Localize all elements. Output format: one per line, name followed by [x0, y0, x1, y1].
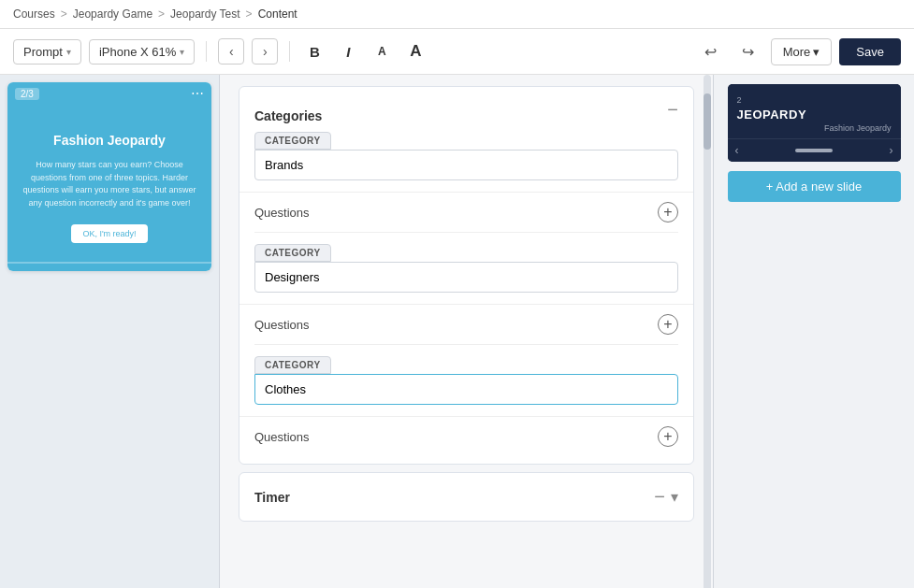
timer-header: Timer − ▾ — [239, 473, 693, 521]
slide-card-header: 2/3 ⋯ — [7, 82, 211, 105]
thumb-slide-title: JEOPARDY — [737, 108, 892, 122]
timer-collapse-button[interactable]: − — [654, 486, 665, 508]
categories-section: Categories − CATEGORY Questions + CATEGO… — [239, 86, 694, 465]
device-dropdown[interactable]: iPhone X 61% ▾ — [89, 39, 195, 65]
category-2-block: CATEGORY — [254, 244, 678, 293]
right-panel: 2 JEOPARDY Fashion Jeopardy ‹ › + Add a … — [713, 75, 914, 588]
timer-controls: − ▾ — [654, 486, 678, 508]
format-italic-button[interactable]: I — [335, 38, 361, 65]
more-dropdown[interactable]: More ▾ — [771, 38, 833, 65]
add-questions-2-button[interactable]: + — [658, 314, 678, 335]
slide-menu-button[interactable]: ⋯ — [191, 86, 204, 101]
content-scroll: Categories − CATEGORY Questions + CATEGO… — [220, 86, 713, 540]
format-size-small-button[interactable]: A — [369, 38, 395, 65]
save-button[interactable]: Save — [839, 38, 901, 65]
format-bold-button[interactable]: B — [301, 38, 327, 65]
add-slide-button[interactable]: + Add a new slide — [728, 171, 901, 202]
questions-3-label: Questions — [254, 430, 310, 444]
breadcrumb: Courses > Jeopardy Game > Jeopardy Test … — [0, 0, 914, 29]
category-1-block: CATEGORY — [254, 132, 678, 180]
thumb-next-button[interactable]: › — [890, 144, 893, 157]
timer-section: Timer − ▾ — [239, 472, 694, 522]
preview-panel: 2/3 ⋯ Fashion Jeopardy How many stars ca… — [0, 75, 220, 588]
category-1-input[interactable] — [254, 150, 678, 180]
category-3-label: CATEGORY — [254, 356, 331, 374]
prompt-label: Prompt — [23, 45, 63, 59]
thumb-navigation: ‹ › — [728, 138, 901, 162]
breadcrumb-jeopardy-test[interactable]: Jeopardy Test — [170, 7, 240, 21]
slide-number-badge: 2/3 — [15, 88, 39, 100]
nav-next-button[interactable]: › — [252, 38, 278, 65]
categories-collapse-button[interactable]: − — [667, 100, 678, 132]
slide-description: How many stars can you earn? Choose ques… — [22, 159, 196, 209]
breadcrumb-sep3: > — [246, 7, 253, 21]
chevron-down-icon: ▾ — [813, 45, 820, 59]
category-3-input[interactable] — [254, 374, 678, 405]
slide-card: 2/3 ⋯ Fashion Jeopardy How many stars ca… — [7, 82, 211, 271]
thumb-header: 2 JEOPARDY Fashion Jeopardy — [728, 84, 901, 138]
breadcrumb-sep2: > — [158, 7, 165, 21]
toolbar: Prompt ▾ iPhone X 61% ▾ ‹ › B I A A ↩ ↪ … — [0, 29, 914, 75]
breadcrumb-courses[interactable]: Courses — [13, 7, 55, 21]
category-2-input[interactable] — [254, 262, 678, 293]
slide-ok-button[interactable]: OK, I'm ready! — [71, 224, 147, 243]
questions-1-row: Questions + — [239, 192, 693, 232]
add-questions-1-button[interactable]: + — [658, 202, 678, 222]
slide-thumbnail[interactable]: 2 JEOPARDY Fashion Jeopardy ‹ › — [728, 84, 901, 162]
slide-preview-content: Fashion Jeopardy How many stars can you … — [7, 105, 211, 262]
thumb-slide-subtitle: Fashion Jeopardy — [737, 123, 892, 133]
main-layout: 2/3 ⋯ Fashion Jeopardy How many stars ca… — [0, 75, 914, 588]
chevron-down-icon: ▾ — [66, 47, 71, 57]
content-panel[interactable]: Categories − CATEGORY Questions + CATEGO… — [220, 75, 713, 588]
timer-title: Timer — [254, 490, 290, 505]
questions-1-label: Questions — [254, 206, 310, 220]
prompt-dropdown[interactable]: Prompt ▾ — [13, 39, 81, 65]
thumb-nav-dots — [795, 149, 833, 152]
format-size-large-button[interactable]: A — [402, 38, 428, 65]
category-3-block: CATEGORY — [254, 356, 678, 405]
categories-title: Categories — [254, 108, 322, 123]
nav-prev-button[interactable]: ‹ — [218, 38, 244, 65]
breadcrumb-sep1: > — [61, 7, 67, 21]
category-1-label: CATEGORY — [254, 132, 331, 150]
add-questions-3-button[interactable]: + — [658, 426, 678, 447]
questions-2-label: Questions — [254, 318, 310, 332]
thumb-slide-number: 2 — [737, 95, 742, 105]
questions-3-row: Questions + — [239, 416, 693, 456]
breadcrumb-jeopardy-game[interactable]: Jeopardy Game — [73, 7, 152, 21]
undo-button[interactable]: ↩ — [696, 36, 726, 66]
thumb-prev-button[interactable]: ‹ — [735, 144, 739, 157]
categories-header: Categories − — [239, 87, 693, 132]
slide-footer — [7, 262, 211, 271]
questions-2-row: Questions + — [239, 304, 693, 344]
redo-button[interactable]: ↪ — [733, 36, 763, 66]
timer-expand-button[interactable]: ▾ — [671, 488, 678, 506]
chevron-down-icon: ▾ — [180, 47, 184, 57]
breadcrumb-current: Content — [258, 7, 297, 21]
slide-title: Fashion Jeopardy — [53, 133, 166, 148]
device-label: iPhone X 61% — [99, 45, 176, 59]
toolbar-divider — [206, 41, 207, 62]
category-2-label: CATEGORY — [254, 244, 331, 262]
toolbar-divider-2 — [289, 41, 290, 62]
more-label: More — [783, 45, 811, 59]
